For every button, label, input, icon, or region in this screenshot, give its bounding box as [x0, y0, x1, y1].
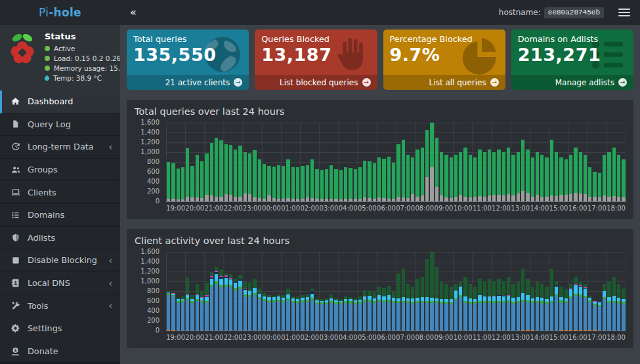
- card-footer-link-list-all-queries[interactable]: List all queries→: [383, 75, 505, 90]
- bar: [382, 252, 385, 331]
- bar-segment-client-3-cyan: [224, 278, 228, 285]
- x-tick-label: 11:00: [473, 334, 492, 342]
- total-queries-chart[interactable]: [166, 123, 626, 202]
- status-dot-icon: [45, 66, 50, 71]
- bar-segment-blocked-dns-queries: [536, 195, 539, 201]
- bar-segment-blocked-dns-queries: [373, 199, 376, 202]
- bar: [411, 123, 414, 201]
- bar-segment-blocked-dns-queries: [238, 197, 242, 202]
- y-tick-label: 800: [147, 159, 160, 165]
- sidebar-item-query-log[interactable]: Query Log: [0, 113, 120, 136]
- sidebar-item-settings[interactable]: Settings: [0, 317, 120, 340]
- sidebar-item-donate[interactable]: $Donate: [0, 340, 120, 363]
- bar: [569, 123, 572, 201]
- bar-segment-permitted-dns-queries: [330, 165, 333, 198]
- bar-segment-permitted-dns-queries: [469, 155, 472, 197]
- bar-segment-permitted-dns-queries: [387, 157, 391, 199]
- sidebar-item-local-dns[interactable]: Local DNS‹: [0, 272, 120, 295]
- bar-segment-client-6-dark-green: [215, 267, 218, 272]
- sidebar-item-clients[interactable]: Clients: [0, 181, 120, 204]
- bar: [444, 123, 448, 201]
- y-tick-label: 1,200: [140, 139, 160, 146]
- bar: [200, 252, 203, 331]
- bar-segment-permitted-dns-queries: [459, 152, 462, 195]
- sidebar-nav: DashboardQuery LogLong-term Data‹GroupsC…: [0, 91, 120, 364]
- bar: [248, 123, 251, 201]
- bar: [497, 123, 500, 201]
- bar: [244, 123, 247, 201]
- bar-segment-client-1-blue: [444, 304, 448, 331]
- bar: [483, 252, 486, 331]
- card-footer-link-21-active-clients[interactable]: 21 active clients→: [127, 75, 249, 90]
- bar-segment-client-6-dark-green: [565, 289, 568, 298]
- sidebar-item-groups[interactable]: Groups: [0, 159, 120, 182]
- bar-segment-blocked-dns-queries: [263, 199, 266, 202]
- svg-text:$: $: [14, 348, 17, 352]
- bar-segment-client-1-blue: [454, 300, 458, 331]
- y-tick-label: 1,400: [140, 129, 160, 136]
- bar-segment-blocked-dns-queries: [603, 195, 606, 201]
- sidebar-item-long-term-data[interactable]: Long-term Data‹: [0, 136, 120, 159]
- bar-segment-client-3-cyan: [377, 295, 381, 300]
- bar-segment-client-1-blue: [377, 302, 381, 331]
- card-label: Percentage Blocked: [390, 34, 499, 44]
- x-tick-label: 22:00: [224, 334, 243, 342]
- sidebar-item-disable-blocking[interactable]: Disable Blocking‹: [0, 249, 120, 272]
- bar-segment-permitted-dns-queries: [358, 167, 362, 198]
- bar-segment-client-6-dark-green: [521, 269, 524, 293]
- bar-segment-client-7-orange: [171, 330, 175, 331]
- bar-segment-client-1-blue: [584, 298, 587, 331]
- bar-segment-client-6-dark-green: [536, 281, 539, 297]
- bar-segment-client-7-orange: [565, 330, 568, 331]
- card-domains-on-adlists: Domains on Adlists213,271Manage adlists→: [511, 30, 633, 90]
- bar-segment-blocked-dns-queries: [315, 199, 318, 201]
- bar-segment-client-6-dark-green: [607, 281, 610, 297]
- bar: [344, 252, 347, 331]
- sidebar-item-dashboard[interactable]: Dashboard: [0, 91, 120, 113]
- card-footer-link-list-blocked-queries[interactable]: List blocked queries→: [255, 75, 377, 90]
- bar: [454, 123, 458, 201]
- hostname-display: hostname: ee80a28745eb: [499, 7, 604, 18]
- bar: [301, 123, 304, 201]
- bar-segment-blocked-dns-queries: [574, 193, 577, 202]
- x-axis: 19:0020:0021:0022:0023:0000:0001:0002:00…: [166, 334, 626, 342]
- client-activity-chart[interactable]: [166, 252, 626, 331]
- bar-segment-blocked-dns-queries: [492, 195, 496, 201]
- bar: [263, 123, 266, 201]
- bar-segment-client-6-dark-green: [411, 287, 414, 299]
- bar: [286, 252, 289, 331]
- menu-toggle-button[interactable]: [618, 7, 630, 18]
- bar-segment-permitted-dns-queries: [540, 155, 544, 197]
- bar-segment-client-1-blue: [344, 303, 347, 331]
- stat-cards-row: Total queries135,55021 active clients→Qu…: [127, 30, 633, 90]
- bar-segment-client-3-cyan: [492, 296, 496, 302]
- address-book-icon: [10, 278, 21, 288]
- x-tick-label: 21:00: [204, 334, 223, 342]
- bar-segment-permitted-dns-queries: [325, 169, 328, 199]
- bar-segment-blocked-dns-queries: [387, 199, 391, 202]
- bar: [517, 123, 520, 201]
- bar-segment-permitted-dns-queries: [488, 150, 491, 195]
- bar-segment-client-6-dark-green: [574, 277, 577, 284]
- bar-segment-client-1-blue: [574, 296, 577, 331]
- bar: [339, 123, 343, 201]
- brand-logo[interactable]: Pi-hole: [0, 0, 120, 25]
- bar-segment-client-7-orange: [526, 330, 529, 331]
- bar-segment-client-3-cyan: [463, 296, 467, 301]
- status-row-load: Load: 0.15 0.2 0.26: [45, 54, 115, 62]
- bar-segment-client-1-blue: [244, 296, 247, 331]
- bar: [435, 252, 438, 331]
- bar: [555, 252, 558, 331]
- bar: [310, 123, 314, 201]
- sidebar-item-tools[interactable]: Tools‹: [0, 294, 120, 317]
- bar-segment-permitted-dns-queries: [177, 169, 180, 199]
- bar-segment-client-1-blue: [565, 303, 568, 330]
- bar: [310, 252, 314, 331]
- bar-segment-permitted-dns-queries: [622, 159, 625, 197]
- sidebar-item-adlists[interactable]: Adlists: [0, 227, 120, 250]
- status-dot-icon: [45, 56, 50, 61]
- sidebar-item-domains[interactable]: Domains: [0, 204, 120, 227]
- sidebar-collapse-button[interactable]: «: [130, 7, 137, 18]
- status-row-active: Active: [45, 45, 115, 52]
- card-footer-link-manage-adlists[interactable]: Manage adlists→: [511, 75, 633, 90]
